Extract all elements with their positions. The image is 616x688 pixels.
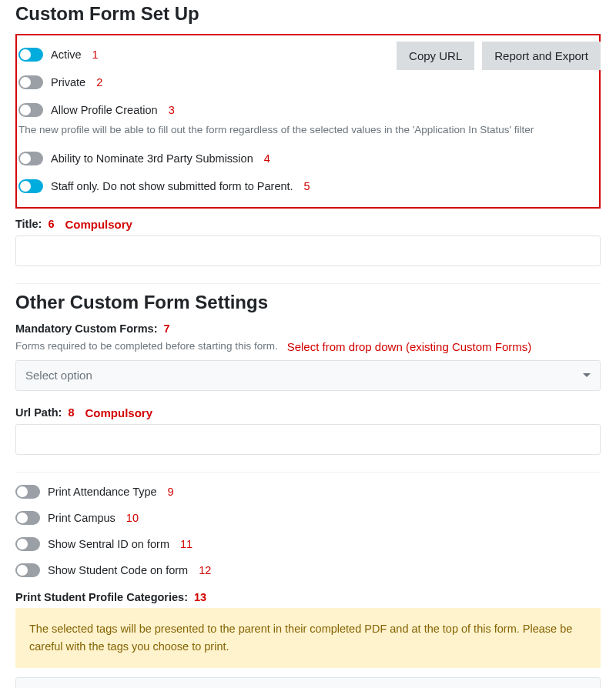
- annotation-13: 13: [194, 591, 206, 603]
- annotation-8: 8: [68, 406, 74, 419]
- annotation-11: 11: [180, 538, 192, 550]
- print-categories-label: Print Student Profile Categories:: [15, 591, 188, 603]
- mandatory-forms-select[interactable]: Select option: [15, 360, 601, 391]
- page-heading: Custom Form Set Up: [15, 3, 601, 25]
- annotation-6: 6: [48, 218, 54, 230]
- annotation-7: 7: [164, 322, 170, 335]
- toggle-print-attendance-label: Print Attendance Type: [48, 486, 157, 498]
- url-path-label-row: Url Path: 8 Compulsory: [15, 406, 601, 419]
- toggle-allow-profile-row: Allow Profile Creation 3: [18, 103, 591, 117]
- toggle-private-row: Private 2: [18, 75, 591, 89]
- separator: [15, 283, 601, 284]
- title-input[interactable]: [15, 235, 601, 266]
- toggle-print-attendance[interactable]: [15, 485, 40, 499]
- toggle-print-campus-row: Print Campus 10: [15, 511, 601, 525]
- toggle-print-campus[interactable]: [15, 511, 40, 525]
- toggle-print-attendance-row: Print Attendance Type 9: [15, 485, 601, 499]
- mandatory-forms-label: Mandatory Custom Forms:: [15, 322, 158, 335]
- action-buttons: Copy URL Report and Export: [397, 42, 601, 70]
- print-categories-info-banner: The selected tags will be presented to t…: [15, 608, 601, 668]
- toggle-staff-only[interactable]: [18, 179, 43, 193]
- annotation-9: 9: [168, 486, 174, 498]
- section2-heading: Other Custom Form Settings: [15, 292, 601, 313]
- toggle-show-sentral-label: Show Sentral ID on form: [48, 538, 169, 550]
- mandatory-forms-help: Forms required to be completed before st…: [15, 339, 278, 354]
- annotation-1: 1: [92, 48, 99, 61]
- toggle-active[interactable]: [18, 48, 43, 62]
- toggle-nominate-3rd-party[interactable]: [18, 152, 43, 165]
- title-label: Title:: [15, 218, 42, 230]
- toggle-nominate-label: Ability to Nominate 3rd Party Submission: [51, 152, 253, 165]
- annotation-2: 2: [96, 76, 102, 89]
- toggle-allow-profile-creation[interactable]: [18, 103, 43, 117]
- chevron-down-icon: [583, 373, 591, 377]
- mandatory-forms-annot-text: Select from drop down (existing Custom F…: [287, 340, 532, 353]
- url-path-input[interactable]: [15, 424, 601, 455]
- toggle-show-student-code-label: Show Student Code on form: [48, 564, 188, 576]
- copy-url-button[interactable]: Copy URL: [397, 42, 474, 70]
- toggle-show-student-code[interactable]: [15, 563, 40, 577]
- toggle-active-label: Active: [51, 48, 82, 61]
- toggle-staff-only-label: Staff only. Do not show submitted form t…: [51, 180, 293, 192]
- url-path-label: Url Path:: [15, 406, 62, 419]
- toggle-private[interactable]: [18, 75, 43, 89]
- separator-2: [15, 472, 601, 473]
- top-section: Copy URL Report and Export Active 1 Priv…: [15, 34, 601, 209]
- mandatory-forms-label-row: Mandatory Custom Forms: 7: [15, 322, 601, 335]
- section2-toggles: Print Attendance Type 9 Print Campus 10 …: [15, 485, 601, 577]
- toggle-allow-profile-label: Allow Profile Creation: [51, 104, 158, 116]
- annotation-5: 5: [304, 180, 310, 192]
- print-categories-label-row: Print Student Profile Categories: 13: [15, 591, 601, 603]
- mandatory-forms-help-row: Forms required to be completed before st…: [15, 339, 601, 354]
- title-label-row: Title: 6 Compulsory: [15, 218, 601, 231]
- toggle-show-sentral-row: Show Sentral ID on form 11: [15, 537, 601, 551]
- mandatory-forms-placeholder: Select option: [25, 369, 92, 382]
- annotation-3: 3: [169, 104, 175, 116]
- toggle-print-campus-label: Print Campus: [48, 512, 116, 524]
- title-compulsory-text: Compulsory: [65, 218, 132, 231]
- report-export-button[interactable]: Report and Export: [482, 42, 601, 70]
- print-categories-select[interactable]: Select option: [15, 677, 601, 688]
- toggle-show-sentral-id[interactable]: [15, 537, 40, 551]
- toggle-show-student-code-row: Show Student Code on form 12: [15, 563, 601, 577]
- toggle-nominate-row: Ability to Nominate 3rd Party Submission…: [18, 152, 591, 165]
- toggle-staff-only-row: Staff only. Do not show submitted form t…: [18, 179, 591, 193]
- toggle-private-label: Private: [51, 76, 85, 89]
- annotation-4: 4: [264, 152, 270, 165]
- annotation-12: 12: [199, 564, 211, 576]
- allow-profile-help-text: The new profile will be able to fill out…: [18, 123, 591, 138]
- url-path-compulsory-text: Compulsory: [85, 406, 153, 419]
- annotation-10: 10: [126, 512, 139, 524]
